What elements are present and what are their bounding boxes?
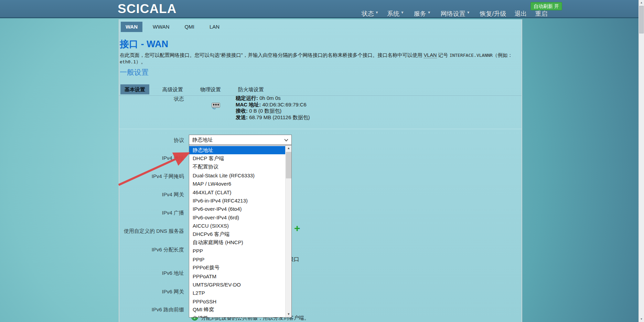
page-scrollbar[interactable]: ▲ ▼ (638, 0, 644, 322)
dropdown-option[interactable]: L2TP (189, 289, 285, 297)
ipv6-gateway-label: IPv6 网关 (101, 289, 184, 295)
dropdown-option[interactable]: DHCPv6 客户端 (189, 230, 285, 238)
main-nav: 状态▼ 系统▼ 服务▼ 网络设置▼ 恢复/升级 退出 重启 (362, 10, 548, 18)
scroll-up-icon[interactable]: ▲ (639, 0, 644, 6)
scrollbar-thumb[interactable] (639, 6, 644, 33)
dropdown-option[interactable]: IPv6-over-IPv4 (6rd) (189, 213, 285, 221)
protocol-select[interactable]: 静态地址 (189, 135, 292, 145)
tab-lan[interactable]: LAN (205, 22, 224, 32)
nav-item-logout[interactable]: 退出 (515, 10, 527, 18)
ipv6-assignment-length-label: IPv6 分配长度 (101, 247, 184, 253)
scroll-down-icon[interactable]: ▼ (639, 316, 644, 322)
dropdown-scrollbar[interactable]: ▲ ▼ (285, 145, 291, 317)
ipv4-address-label: IPv4 地址 (101, 155, 184, 162)
dropdown-option[interactable]: PPPoATM (189, 272, 285, 280)
interface-tabs: WAN WWAN QMI LAN (121, 22, 224, 32)
status-rx: 接收: 0 B (0 数据包) (236, 108, 310, 114)
nav-item-services[interactable]: 服务▼ (414, 10, 431, 18)
scrollbar-thumb[interactable] (286, 152, 291, 178)
protocol-dropdown-list: 静态地址 DHCP 客户端 不配置协议 Dual-Stack Lite (RFC… (189, 145, 292, 318)
dropdown-option[interactable]: 自动家庭网络 (HNCP) (189, 238, 285, 247)
chevron-down-icon: ▼ (466, 10, 470, 14)
ipv4-netmask-label: IPv4 子网掩码 (101, 173, 184, 180)
dropdown-option[interactable]: PPPoE拨号 (189, 263, 285, 272)
section-general-settings: 一般设置 (120, 67, 149, 77)
nav-item-status[interactable]: 状态▼ (362, 10, 379, 18)
tab-wan[interactable]: WAN (121, 22, 142, 32)
dropdown-option[interactable]: PPtP (189, 255, 285, 263)
subtab-firewall[interactable]: 防火墙设置 (234, 84, 268, 94)
subtab-advanced[interactable]: 高级设置 (158, 84, 187, 94)
nav-item-system[interactable]: 系统▼ (387, 10, 404, 18)
ipv4-gateway-label: IPv4 网关 (101, 191, 184, 198)
status-uptime: 稳定运行: 0h 0m 0s (236, 95, 310, 102)
protocol-label: 协议 (101, 137, 184, 144)
nav-item-restore-upgrade[interactable]: 恢复/升级 (480, 10, 506, 18)
status-mac: MAC 地址: 40:D6:3C:69:79:C6 (236, 102, 310, 108)
dropdown-option[interactable]: QMI 蜂窝 (189, 305, 285, 314)
page-description: 在此页面，您可以配置网络接口。您可以勾选“桥接接口”，并输入由空格分隔的多个网络… (120, 52, 519, 65)
chevron-down-icon: ▼ (400, 10, 404, 14)
dropdown-option[interactable]: IPv6-over-IPv4 (6to4) (189, 205, 285, 213)
dropdown-option[interactable]: 中继桥 (189, 314, 285, 318)
chevron-down-icon: ▼ (375, 10, 379, 14)
status-tx: 发送: 68.79 MB (201126 数据包) (236, 114, 310, 121)
ethernet-interface-icon (212, 102, 221, 111)
vlan-abbr: VLAN (424, 52, 437, 58)
add-dns-server-button[interactable]: + (294, 222, 300, 234)
interface-status: 稳定运行: 0h 0m 0s MAC 地址: 40:D6:3C:69:79:C6… (236, 95, 310, 121)
custom-dns-label: 使用自定义的 DNS 服务器 (101, 228, 184, 235)
dropdown-option[interactable]: PPP (189, 247, 285, 255)
dropdown-option[interactable]: IPv6-in-IPv4 (RFC4213) (189, 196, 285, 205)
tab-qmi[interactable]: QMI (180, 22, 199, 32)
dropdown-option[interactable]: AICCU (SIXXS) (189, 222, 285, 230)
page-title: 接口 - WAN (120, 38, 168, 50)
chevron-down-icon: ▼ (427, 10, 431, 14)
nav-item-reboot[interactable]: 重启 (535, 10, 548, 18)
dropdown-option[interactable]: 静态地址 (189, 146, 285, 154)
dropdown-option[interactable]: 464XLAT (CLAT) (189, 188, 285, 196)
brand-logo: SCICALA (118, 2, 176, 16)
status-label: 状态 (101, 96, 184, 102)
divider (119, 129, 522, 129)
settings-subtabs: 基本设置 高级设置 物理设置 防火墙设置 (120, 84, 268, 94)
ipv6-routed-prefix-label: IPv6 路由前缀 (101, 307, 184, 313)
nav-item-network[interactable]: 网络设置▼ (441, 10, 470, 18)
dropdown-option[interactable]: MAP / LW4over6 (189, 180, 285, 188)
auto-refresh-toggle[interactable]: 自动刷新 开 (530, 2, 562, 10)
ipv6-address-label: IPv6 地址 (101, 270, 184, 277)
subtab-basic[interactable]: 基本设置 (120, 84, 149, 94)
ipv4-broadcast-label: IPv4 广播 (101, 210, 184, 216)
topbar: SCICALA 状态▼ 系统▼ 服务▼ 网络设置▼ 恢复/升级 退出 重启 自动… (0, 0, 644, 18)
chevron-down-icon (284, 139, 288, 142)
tab-wwan[interactable]: WWAN (148, 22, 174, 32)
dropdown-option[interactable]: PPPoSSH (189, 297, 285, 305)
subtab-physical[interactable]: 物理设置 (196, 84, 225, 94)
dropdown-option[interactable]: UMTS/GPRS/EV-DO (189, 280, 285, 289)
scroll-down-icon[interactable]: ▼ (286, 311, 292, 317)
scroll-up-icon[interactable]: ▲ (286, 145, 292, 151)
dropdown-option[interactable]: 不配置协议 (189, 163, 285, 171)
dropdown-option[interactable]: Dual-Stack Lite (RFC6333) (189, 171, 285, 179)
dropdown-option[interactable]: DHCP 客户端 (189, 154, 285, 163)
